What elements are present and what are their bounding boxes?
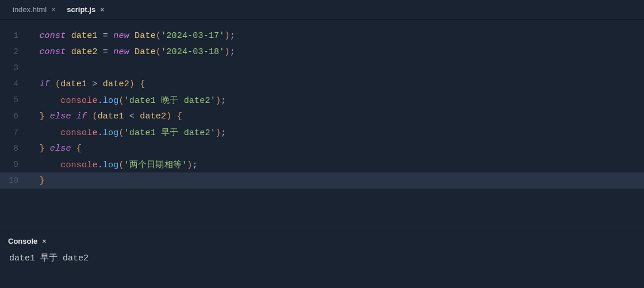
- line-number: 7: [0, 128, 29, 137]
- code-line[interactable]: 6 } else if (date1 < date2) {: [0, 108, 644, 124]
- code-line[interactable]: 4 if (date1 > date2) {: [0, 76, 644, 92]
- code-line[interactable]: 10 }: [0, 172, 644, 189]
- close-icon[interactable]: ×: [51, 6, 55, 14]
- close-icon[interactable]: ×: [42, 237, 47, 245]
- code-line[interactable]: 5 console.log('date1 晚于 date2');: [0, 92, 644, 108]
- line-number: 2: [0, 47, 29, 56]
- code-content: const date2 = new Date('2024-03-18');: [29, 47, 235, 57]
- code-content: const date1 = new Date('2024-03-17');: [29, 31, 235, 41]
- tab-index-html[interactable]: index.html ×: [7, 0, 61, 20]
- code-content: } else {: [29, 144, 82, 153]
- code-content: console.log('两个日期相等');: [29, 159, 198, 170]
- console-title: Console: [8, 237, 37, 245]
- close-icon[interactable]: ×: [100, 6, 104, 14]
- tab-label: index.html: [13, 5, 47, 14]
- code-editor[interactable]: 1 const date1 = new Date('2024-03-17');2…: [0, 20, 644, 232]
- code-content: } else if (date1 < date2) {: [29, 112, 182, 121]
- code-line[interactable]: 8 } else {: [0, 140, 644, 156]
- code-line[interactable]: 1 const date1 = new Date('2024-03-17');: [0, 28, 644, 44]
- line-number: 9: [0, 160, 29, 169]
- tab-label: script.js: [67, 5, 95, 14]
- line-number: 5: [0, 95, 29, 105]
- code-content: console.log('date1 早于 date2');: [29, 127, 226, 138]
- tab-script-js[interactable]: script.js ×: [61, 0, 110, 20]
- code-line[interactable]: 3: [0, 60, 644, 76]
- line-number: 6: [0, 112, 29, 121]
- console-header: Console ×: [0, 232, 644, 249]
- line-number: 1: [0, 31, 29, 40]
- code-content: }: [29, 176, 45, 186]
- console-output: date1 早于 date2: [0, 249, 644, 267]
- line-number: 8: [0, 144, 29, 153]
- line-number: 3: [0, 63, 29, 72]
- line-number: 4: [0, 79, 29, 89]
- code-line[interactable]: 7 console.log('date1 早于 date2');: [0, 124, 644, 140]
- code-line[interactable]: 2 const date2 = new Date('2024-03-18');: [0, 44, 644, 60]
- tabs-bar: index.html × script.js ×: [0, 0, 644, 20]
- console-panel: Console × date1 早于 date2: [0, 232, 644, 288]
- code-content: console.log('date1 晚于 date2');: [29, 95, 226, 106]
- code-content: [29, 63, 39, 73]
- line-number: 10: [0, 176, 29, 185]
- code-content: if (date1 > date2) {: [29, 79, 145, 89]
- code-line[interactable]: 9 console.log('两个日期相等');: [0, 156, 644, 172]
